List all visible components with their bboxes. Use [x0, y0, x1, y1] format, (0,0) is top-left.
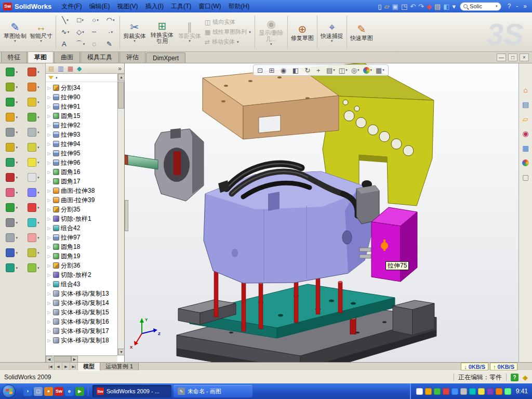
expander-icon[interactable]: ▷	[47, 217, 51, 221]
tray-icon[interactable]	[504, 388, 511, 395]
quick-tips-button[interactable]: ?	[511, 374, 518, 381]
dropdown-icon[interactable]: ▾	[16, 115, 18, 119]
task-pane-icon[interactable]: ◉	[521, 129, 530, 138]
expander-icon[interactable]: ▷	[47, 338, 51, 343]
tray-icon[interactable]	[416, 388, 423, 395]
dropdown-icon[interactable]: ▾	[16, 70, 18, 74]
quick-launch-icon[interactable]: Sw	[55, 387, 63, 396]
menu-item[interactable]: 插入(I)	[142, 1, 167, 12]
feature-tree-item[interactable]: ▷ 曲面-拉伸38	[47, 186, 117, 195]
expander-icon[interactable]: ▷	[47, 114, 51, 118]
task-pane-icon[interactable]: ▦	[521, 143, 530, 153]
view-tool-button[interactable]: + ▾	[315, 66, 324, 74]
dropdown-icon[interactable]: ▾	[37, 251, 39, 255]
tray-icon[interactable]	[434, 388, 441, 395]
tool-button[interactable]: ▾	[1, 98, 23, 107]
menu-item[interactable]: 编辑(E)	[86, 1, 114, 12]
quick-launch-icon[interactable]: e	[65, 387, 74, 396]
dropdown-icon[interactable]: ▾	[16, 145, 18, 150]
dropdown-icon[interactable]: ▾	[37, 191, 39, 195]
tray-icon[interactable]	[443, 388, 449, 395]
sketch-entity-icon[interactable]: ╲ ▾	[58, 14, 73, 26]
dropdown-icon[interactable]: ▾	[331, 39, 333, 43]
tool-button[interactable]: ▾	[23, 248, 45, 257]
task-pane-icon[interactable]: ▱	[521, 114, 530, 124]
command-tab[interactable]: 草图	[28, 51, 54, 63]
tree-vertical-scrollbar[interactable]: ▲ ▼	[117, 74, 124, 355]
manager-tab-icon[interactable]: ▦	[68, 65, 73, 72]
toolbar-icon[interactable]: ▣	[392, 3, 398, 10]
tool-button[interactable]: ▾	[23, 218, 45, 227]
dropdown-icon[interactable]: ▾	[16, 176, 18, 180]
feature-tree-item[interactable]: ▷ 实体-移动/复制13	[47, 289, 117, 298]
dropdown-icon[interactable]: ▾	[16, 266, 18, 270]
expander-icon[interactable]: ▷	[47, 207, 51, 212]
expander-icon[interactable]: ▷	[47, 226, 51, 231]
taskbar-task-button[interactable]: ✎ 未命名 - 画图	[174, 385, 252, 397]
dropdown-icon[interactable]: ▾	[16, 236, 18, 240]
tray-icon[interactable]	[469, 388, 476, 395]
tool-button[interactable]: ▾	[1, 113, 23, 122]
tool-button[interactable]: ▾	[23, 143, 45, 152]
command-tab[interactable]: 模具工具	[81, 51, 119, 63]
expander-icon[interactable]: ▷	[47, 179, 51, 184]
feature-tree-item[interactable]: ▷ 实体-移动/复制15	[47, 308, 117, 317]
tool-button[interactable]: ▾	[23, 158, 45, 167]
tray-icon[interactable]	[425, 388, 432, 395]
expander-icon[interactable]: ▷	[47, 329, 51, 334]
quick-launch-icon[interactable]: ▢	[34, 387, 43, 396]
task-pane-icon[interactable]: ⌂	[521, 85, 530, 95]
tray-icon[interactable]	[451, 388, 458, 395]
scrollbar-thumb[interactable]	[54, 356, 71, 362]
tray-icon[interactable]	[487, 388, 494, 395]
part-clamp-gray[interactable]	[155, 128, 204, 201]
sketch-button[interactable]: ✎ 草图绘制 ▾	[2, 14, 28, 50]
sketch-entity-icon[interactable]: ○ ▾	[88, 14, 103, 26]
expander-icon[interactable]: ▷	[47, 273, 51, 277]
tray-icon[interactable]	[460, 388, 467, 395]
document-tab[interactable]: 模型	[78, 363, 100, 370]
search-dropdown-icon[interactable]: ▾	[496, 4, 498, 8]
document-tab[interactable]: 运动算例 1	[100, 363, 139, 370]
part-side-block-magenta[interactable]	[371, 207, 417, 282]
feature-tree-item[interactable]: ▷ 圆角19	[47, 251, 117, 261]
tool-button[interactable]: ▾	[1, 83, 23, 91]
quick-launch-icon[interactable]: ▶	[75, 387, 84, 396]
feature-tree-item[interactable]: ▷ 实体-移动/复制16	[47, 317, 117, 326]
toolbar-overflow-chevron[interactable]: »	[521, 3, 529, 10]
view-tool-button[interactable]: ▾	[362, 67, 374, 74]
dropdown-icon[interactable]: ▾	[134, 39, 136, 43]
model-canvas[interactable]: Y Z X	[125, 63, 518, 362]
quick-snaps-button[interactable]: ⌖ 快速捕捉 ▾	[319, 14, 345, 50]
tool-button[interactable]: ▾	[23, 188, 45, 197]
window-restore-button[interactable]: □	[508, 54, 517, 61]
feature-tree-item[interactable]: ▷ 拉伸90	[47, 92, 117, 102]
dropdown-icon[interactable]: ▾	[16, 251, 18, 255]
dropdown-icon[interactable]: ▾	[37, 236, 39, 240]
sketch-entity-icon[interactable]: · ▾	[103, 26, 118, 38]
dropdown-icon[interactable]: ▾	[37, 145, 39, 150]
view-tool-button[interactable]: ◎ ▾	[350, 66, 361, 74]
window-minimize-button[interactable]: —	[497, 54, 506, 61]
feature-tree-item[interactable]: ▷ 圆角16	[47, 167, 117, 177]
dropdown-icon[interactable]: ▾	[56, 76, 58, 80]
sketch-entity-icon[interactable]: ✎ ▾	[103, 38, 118, 50]
sketch-entity-icon[interactable]: ◌ ▾	[88, 38, 103, 50]
tool-button[interactable]: ▾	[23, 203, 45, 212]
collapse-button[interactable]: -	[514, 3, 520, 10]
graphics-viewport[interactable]: Y Z X ⊡ ▾ ⊞ ▾	[125, 63, 518, 362]
expander-icon[interactable]: ▷	[47, 104, 51, 109]
expander-icon[interactable]: ▷	[47, 151, 51, 156]
toolbar-icon[interactable]: ▾	[453, 3, 456, 10]
feature-tree-item[interactable]: ▷ 切除-放样2	[47, 270, 117, 280]
task-pane-icon[interactable]	[521, 158, 530, 167]
manager-tab-icon[interactable]: ▤	[48, 65, 54, 72]
smart-dimension-button[interactable]: ↔ 智能尺寸 ▾	[28, 14, 54, 50]
view-tool-button[interactable]: ⊡ ▾	[256, 66, 266, 74]
task-pane-icon[interactable]: ▤	[521, 100, 530, 109]
dropdown-icon[interactable]: ▾	[16, 221, 18, 225]
filter-funnel-icon[interactable]	[48, 76, 54, 79]
dropdown-icon[interactable]: ▾	[37, 85, 39, 89]
dropdown-icon[interactable]: ▾	[37, 206, 39, 210]
expander-icon[interactable]: ▷	[47, 310, 51, 315]
